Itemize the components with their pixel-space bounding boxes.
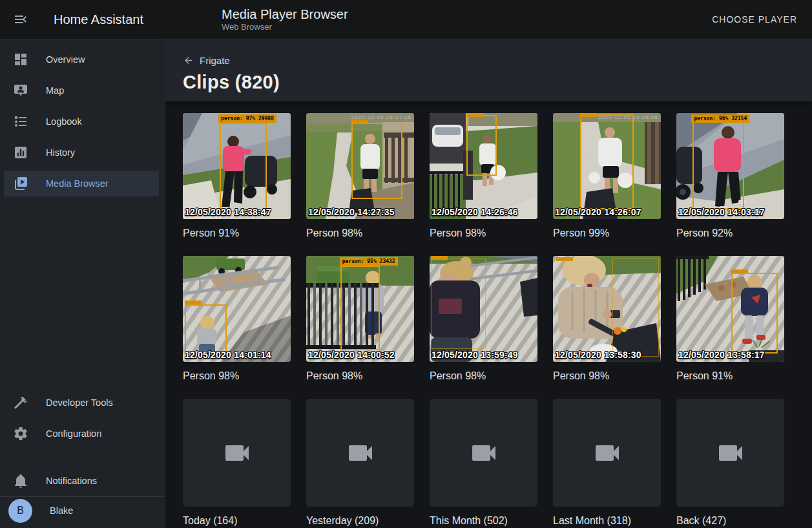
breadcrumb-back[interactable]: Frigate xyxy=(183,55,812,66)
sidebar-item-map[interactable]: Map xyxy=(4,78,159,103)
video-icon xyxy=(715,438,746,469)
breadcrumb-label: Frigate xyxy=(200,55,230,66)
clip-thumbnail: person: 96% 32154 12/05/2020 14:03:17 xyxy=(676,113,784,219)
sidebar-item-logbook[interactable]: Logbook xyxy=(4,109,159,134)
clip-label: Person 98% xyxy=(183,370,291,382)
folder-card-yesterday[interactable]: Yesterday (209) xyxy=(306,399,414,527)
clip-card[interactable]: 12/05/2020 13:58:30 Person 98% xyxy=(553,256,661,382)
folder-card-this-month[interactable]: This Month (502) xyxy=(430,399,537,527)
sidebar-item-label: Media Browser xyxy=(46,178,109,189)
sidebar-item-media-browser[interactable]: Media Browser xyxy=(4,171,159,196)
clip-card[interactable]: 12/05/2020 14:26:46 Person 98% xyxy=(430,113,537,239)
app-title: Home Assistant xyxy=(54,12,143,27)
folder-label: This Month (502) xyxy=(430,514,537,527)
folder-thumbnail xyxy=(553,399,661,507)
folder-thumbnail xyxy=(430,399,537,507)
clip-card[interactable]: person: 95% 23432 12/05/2020 14:00:52 Pe… xyxy=(306,256,414,382)
clip-thumbnail: 12/05/2020 14:01:14 xyxy=(183,256,291,362)
hammer-icon xyxy=(13,395,28,410)
video-icon xyxy=(345,438,376,469)
clip-label: Person 91% xyxy=(183,227,291,239)
sidebar-item-configuration[interactable]: Configuration xyxy=(4,421,159,447)
sidebar-item-history[interactable]: History xyxy=(4,140,159,165)
video-icon xyxy=(468,438,499,469)
sidebar-item-notifications[interactable]: Notifications xyxy=(4,468,159,494)
sidebar-item-label: Logbook xyxy=(46,116,82,127)
folder-label: Last Month (318) xyxy=(553,514,661,527)
menu-open-icon[interactable] xyxy=(13,12,28,27)
sidebar-item-label: Developer Tools xyxy=(46,397,113,408)
content-header: Frigate Clips (820) xyxy=(165,39,812,101)
clip-label: Person 98% xyxy=(430,227,537,239)
clip-thumbnail: 2020-12-05 15:26:06 12/05/2020 14:26:07 xyxy=(553,113,661,219)
panel-title: Media Player Browser xyxy=(222,6,348,22)
clip-card[interactable]: 12/05/2020 13:58:17 Person 91% xyxy=(676,256,784,382)
sidebar-item-label: Map xyxy=(46,85,64,96)
user-name: Blake xyxy=(50,505,73,516)
clip-label: Person 91% xyxy=(676,370,784,382)
clip-thumbnail: 12/05/2020 13:58:17 xyxy=(676,256,784,362)
folder-thumbnail xyxy=(676,399,784,507)
chart-box-icon xyxy=(13,145,28,160)
video-icon xyxy=(222,438,253,469)
clips-grid: person: 97% 29988 12/05/2020 14:38:47 Pe… xyxy=(165,101,812,527)
panel-title-block: Media Player Browser Web Browser xyxy=(222,6,348,32)
sidebar-item-user-profile[interactable]: B Blake xyxy=(4,498,159,523)
clip-thumbnail: 12/05/2020 14:26:46 xyxy=(430,113,537,219)
sidebar-item-label: History xyxy=(46,147,75,158)
clip-card[interactable]: person: 97% 29988 12/05/2020 14:38:47 Pe… xyxy=(183,113,291,239)
avatar: B xyxy=(8,499,32,523)
clip-thumbnail: person: 95% 23432 12/05/2020 14:00:52 xyxy=(306,256,414,362)
clip-thumbnail: 2020-12-05 15:27:35 12/05/2020 14:27:35 xyxy=(306,113,414,219)
folder-label: Yesterday (209) xyxy=(306,514,414,527)
folder-label: Back (427) xyxy=(676,514,784,527)
clip-label: Person 98% xyxy=(306,227,414,239)
clip-label: Person 98% xyxy=(553,370,661,382)
clip-card[interactable]: 12/05/2020 14:01:14 Person 98% xyxy=(183,256,291,382)
sidebar-divider xyxy=(0,496,165,497)
gear-icon xyxy=(13,426,28,441)
arrow-left-icon xyxy=(183,55,194,66)
bell-icon xyxy=(13,473,28,489)
clip-card[interactable]: 2020-12-05 15:27:35 12/05/2020 14:27:35 … xyxy=(306,113,414,239)
folder-card-last-month[interactable]: Last Month (318) xyxy=(553,399,661,527)
clip-thumbnail: 12/05/2020 13:59:49 xyxy=(430,256,537,362)
sidebar-item-overview[interactable]: Overview xyxy=(4,47,159,72)
clip-thumbnail: person: 97% 29988 12/05/2020 14:38:47 xyxy=(183,113,291,219)
clip-label: Person 99% xyxy=(553,227,661,239)
clip-card[interactable]: person: 96% 32154 12/05/2020 14:03:17 Pe… xyxy=(676,113,784,239)
sidebar-item-label: Notifications xyxy=(46,476,97,486)
clip-card[interactable]: 2020-12-05 15:26:06 12/05/2020 14:26:07 … xyxy=(553,113,661,239)
play-box-multiple-icon xyxy=(13,176,28,191)
page-title: Clips (820) xyxy=(183,72,812,93)
folder-card-back[interactable]: Back (427) xyxy=(676,399,784,527)
account-location-icon xyxy=(13,83,28,98)
list-bulleted-icon xyxy=(13,114,28,129)
folder-thumbnail xyxy=(306,399,414,507)
media-browser-panel: Frigate Clips (820) xyxy=(165,39,812,528)
clip-label: Person 92% xyxy=(676,227,784,239)
choose-player-button[interactable]: CHOOSE PLAYER xyxy=(707,9,802,30)
app-bar: Home Assistant Media Player Browser Web … xyxy=(0,0,812,39)
panel-subtitle: Web Browser xyxy=(222,22,348,32)
folder-card-today[interactable]: Today (164) xyxy=(183,399,291,527)
sidebar-item-developer-tools[interactable]: Developer Tools xyxy=(4,390,159,416)
sidebar-item-label: Overview xyxy=(46,54,85,65)
video-icon xyxy=(592,438,623,469)
sidebar: Overview Map Logbook History Media Brows… xyxy=(0,39,165,528)
clip-card[interactable]: 12/05/2020 13:59:49 Person 98% xyxy=(430,256,537,382)
clip-label: Person 98% xyxy=(306,370,414,382)
clip-label: Person 98% xyxy=(430,370,537,382)
folder-thumbnail xyxy=(183,399,291,507)
clip-thumbnail: 12/05/2020 13:58:30 xyxy=(553,256,661,362)
sidebar-item-label: Configuration xyxy=(46,428,101,439)
folder-label: Today (164) xyxy=(183,514,291,527)
view-dashboard-icon xyxy=(13,52,28,67)
